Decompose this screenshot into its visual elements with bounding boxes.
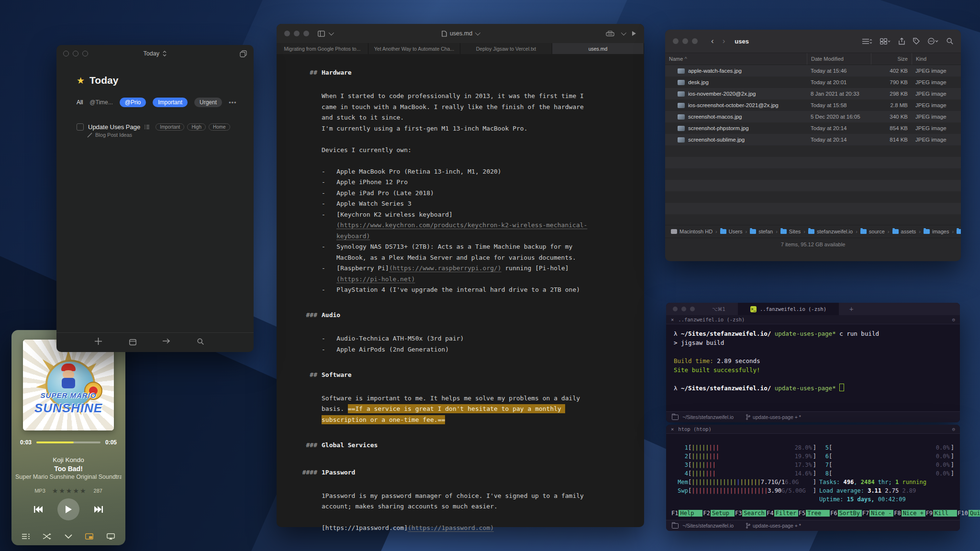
library-sidebar-icon[interactable] — [318, 31, 325, 37]
new-task-button[interactable] — [95, 338, 102, 345]
search-button[interactable] — [197, 338, 204, 345]
path-item[interactable]: Users — [720, 229, 743, 234]
fn-key-f6[interactable]: F6SortBy — [830, 510, 861, 517]
column-size[interactable]: Size — [871, 53, 912, 65]
fn-key-f2[interactable]: F2Setup — [702, 510, 734, 517]
next-track-button[interactable] — [94, 506, 103, 513]
minimize-window-button[interactable] — [682, 38, 688, 44]
title-chevron-icon[interactable] — [475, 30, 480, 35]
markdown-heading: ###Global Services — [322, 440, 589, 451]
fn-key-f1[interactable]: F1Help — [671, 510, 702, 517]
back-button[interactable]: ‹ — [711, 36, 714, 46]
collapse-pane-icon[interactable]: ⊖ — [952, 426, 955, 432]
zoom-window-button[interactable] — [690, 307, 695, 311]
markdown-line: - Apple AirPods (2nd Generation) — [322, 344, 589, 355]
task-tag: High — [187, 123, 206, 131]
collapse-pane-icon[interactable]: ⊖ — [952, 317, 955, 322]
path-bar: Macintosh HD›Users›stefan›Sites›stefanzw… — [665, 225, 961, 238]
path-item[interactable]: source — [860, 229, 885, 234]
editor-tab[interactable]: uses.md — [552, 43, 644, 54]
forward-button[interactable]: › — [723, 36, 725, 46]
markdown-link[interactable]: (https://www.raspberrypi.org/) — [389, 264, 501, 272]
editor-tab[interactable]: Yet Another Way to Automate Cha... — [368, 43, 460, 54]
path-item[interactable]: images — [924, 229, 949, 234]
fn-key-f7[interactable]: F7Nice - — [862, 510, 893, 517]
task-row[interactable]: Update Uses Page ImportantHighHome — [77, 123, 254, 131]
markdown-line: - [Keychron K2 wireless keyboard](https:… — [322, 209, 589, 242]
column-name[interactable]: Name ^ — [665, 53, 807, 65]
shuffle-icon[interactable] — [43, 533, 51, 540]
minimize-window-button[interactable] — [294, 31, 300, 36]
rating-stars[interactable]: ★★★★★ — [52, 487, 87, 495]
fn-key-f8[interactable]: F8Nice + — [893, 510, 925, 517]
chevron-down-icon[interactable] — [621, 30, 626, 35]
calendar-button[interactable] — [129, 339, 136, 345]
fn-key-f5[interactable]: F5Tree — [798, 510, 830, 517]
queue-icon[interactable] — [22, 533, 30, 540]
table-row[interactable]: screenshot-phpstorm.jpgToday at 20:14854… — [665, 122, 961, 134]
chevron-down-icon[interactable] — [329, 30, 334, 35]
minimize-window-button[interactable] — [681, 307, 686, 311]
close-pane-icon[interactable]: × — [671, 426, 674, 432]
table-row[interactable]: apple-watch-faces.jpgToday at 15:46402 K… — [665, 65, 961, 77]
move-arrow-button[interactable] — [163, 338, 170, 344]
filter-urgent[interactable]: Urgent — [194, 98, 222, 107]
finder-window: ‹ › uses — [665, 30, 961, 261]
close-window-button[interactable] — [673, 38, 679, 44]
more-actions-icon[interactable] — [928, 38, 938, 44]
view-options-icon[interactable] — [880, 38, 891, 44]
table-row[interactable]: ios-november-2020@2x.jpg8 Jan 2021 at 20… — [665, 88, 961, 99]
path-item[interactable]: stefan — [750, 229, 773, 234]
task-checkbox[interactable] — [77, 123, 84, 131]
filter-prio[interactable]: @Prio — [120, 98, 146, 107]
fn-key-f4[interactable]: F4Filter — [766, 510, 798, 517]
terminal-output[interactable]: λ ~/Sites/stefanzweifel.io/ update-uses-… — [666, 324, 960, 397]
column-date-modified[interactable]: Date Modified — [807, 53, 871, 65]
new-tab-button[interactable]: + — [849, 305, 853, 313]
editor-tab-bar: Migrating from Google Photos to...Yet An… — [277, 43, 644, 54]
htop-meter: Swp[||||||||||||||||||||||3.90G/5.00G] — [672, 486, 816, 495]
play-button[interactable] — [57, 498, 79, 520]
editor-tab[interactable]: Migrating from Google Photos to... — [277, 43, 368, 54]
terminal-tab[interactable]: >_ ..fanzweifel.io (-zsh) — [738, 303, 839, 315]
collapse-chevron-icon[interactable] — [65, 534, 72, 539]
markdown-link[interactable]: (https://1password.com) — [408, 524, 494, 531]
zoom-window-button[interactable] — [692, 38, 698, 44]
group-by-icon[interactable] — [862, 38, 872, 44]
editor-content[interactable]: ##HardwareWhen I started to code profess… — [277, 54, 644, 537]
fn-key-f9[interactable]: F9Kill — [925, 510, 957, 517]
previous-track-button[interactable] — [33, 506, 43, 513]
search-icon[interactable] — [947, 38, 953, 44]
filter-time[interactable]: @Time... — [89, 99, 112, 106]
fn-key-f3[interactable]: F3Search — [735, 510, 766, 517]
preview-play-icon[interactable] — [632, 31, 636, 36]
airplay-cast-icon[interactable] — [107, 533, 115, 540]
table-row[interactable]: screenshot-sublime.jpgToday at 20:14814 … — [665, 134, 961, 145]
path-item[interactable]: Macintosh HD — [671, 229, 713, 234]
column-kind[interactable]: Kind — [912, 53, 961, 65]
markdown-link[interactable]: (https://www.keychron.com/products/keych… — [336, 221, 587, 240]
table-row[interactable]: desk.jpgToday at 20:01790 KBJPEG image — [665, 77, 961, 88]
document-title[interactable]: uses.md — [450, 30, 472, 37]
path-item[interactable]: uses — [957, 229, 961, 234]
fn-key-f10[interactable]: F10Quit — [957, 510, 980, 517]
share-icon[interactable] — [899, 38, 905, 45]
tag-icon[interactable] — [913, 38, 920, 44]
editor-tab[interactable]: Deploy Jigsaw to Vercel.txt — [460, 43, 552, 54]
path-item[interactable]: assets — [892, 229, 916, 234]
progress-bar[interactable] — [36, 441, 100, 443]
path-item[interactable]: stefanzweifel.io — [808, 229, 853, 234]
filter-more-button[interactable]: ••• — [229, 99, 237, 106]
close-window-button[interactable] — [673, 307, 678, 311]
table-row[interactable]: ios-screenshot-october-2021@2x.jpgToday … — [665, 99, 961, 111]
filter-all[interactable]: All — [77, 99, 83, 106]
filter-important[interactable]: Important — [153, 98, 188, 107]
mini-player-icon[interactable] — [85, 533, 93, 540]
typewriter-mode-icon[interactable] — [606, 31, 614, 36]
markdown-link[interactable]: (https://pi-hole.net) — [336, 276, 415, 283]
path-item[interactable]: Sites — [780, 229, 801, 234]
table-row[interactable]: screenshot-macos.jpg5 Dec 2020 at 16:053… — [665, 111, 961, 122]
close-pane-icon[interactable]: × — [671, 317, 674, 322]
close-window-button[interactable] — [284, 31, 290, 36]
zoom-window-button[interactable] — [303, 31, 309, 36]
